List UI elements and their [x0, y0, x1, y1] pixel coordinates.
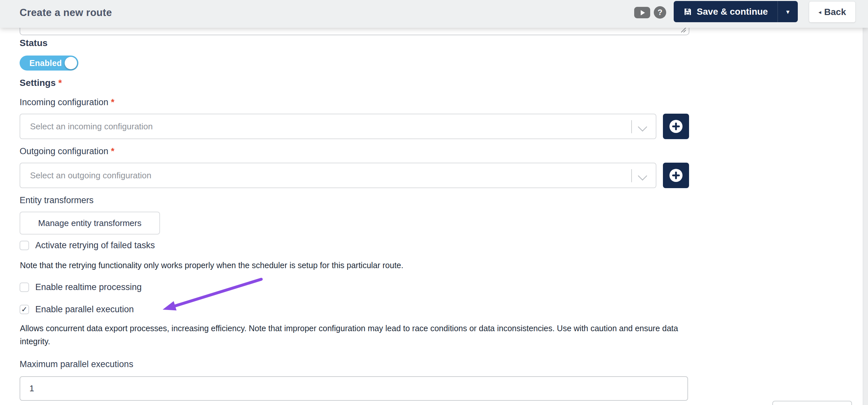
parallel-description: Allows concurrent data export processes,… — [20, 322, 703, 348]
create-route-page: Create a new route ? Save & continue ▾ ◂… — [0, 0, 868, 405]
back-button[interactable]: ◂ Back — [809, 1, 856, 23]
parallel-checkbox-label: Enable parallel execution — [35, 304, 134, 314]
outgoing-config-placeholder: Select an outgoing configuration — [30, 170, 152, 181]
top-bar: Create a new route ? Save & continue ▾ ◂… — [0, 0, 868, 28]
required-asterisk: * — [111, 146, 115, 156]
floppy-disk-icon — [683, 7, 692, 16]
help-icon[interactable]: ? — [654, 6, 666, 19]
required-asterisk: * — [111, 97, 115, 107]
outgoing-config-select[interactable]: Select an outgoing configuration — [20, 163, 656, 188]
save-continue-main[interactable]: Save & continue — [674, 1, 778, 22]
youtube-icon[interactable] — [634, 7, 650, 18]
partial-bottom-button[interactable] — [772, 401, 852, 405]
chevron-down-icon — [638, 122, 648, 132]
checkmark-icon: ✓ — [21, 306, 27, 313]
chevron-down-icon — [638, 171, 648, 181]
realtime-checkbox[interactable] — [20, 282, 29, 292]
plus-circle-icon — [669, 119, 683, 133]
vertical-scrollbar[interactable] — [863, 28, 868, 405]
status-toggle[interactable]: Enabled — [20, 56, 79, 70]
save-continue-button[interactable]: Save & continue ▾ — [674, 1, 798, 22]
add-incoming-config-button[interactable] — [663, 114, 689, 139]
resize-handle-icon[interactable] — [679, 27, 686, 33]
incoming-config-label: Incoming configuration* — [20, 97, 114, 107]
caret-down-icon: ▾ — [786, 8, 789, 16]
back-arrow-icon: ◂ — [818, 9, 821, 15]
incoming-config-placeholder: Select an incoming configuration — [30, 122, 153, 132]
outgoing-config-label: Outgoing configuration* — [20, 146, 114, 156]
page-title: Create a new route — [20, 0, 112, 26]
retry-checkbox-label: Activate retrying of failed tasks — [35, 240, 155, 250]
retry-note: Note that the retrying functionality onl… — [20, 259, 703, 272]
status-toggle-label: Enabled — [29, 59, 62, 68]
retry-checkbox[interactable] — [20, 241, 29, 250]
incoming-config-select[interactable]: Select an incoming configuration — [20, 114, 656, 139]
realtime-checkbox-row[interactable]: Enable realtime processing — [20, 282, 142, 292]
select-divider — [631, 120, 632, 133]
toggle-knob — [65, 57, 77, 69]
realtime-checkbox-label: Enable realtime processing — [35, 282, 142, 292]
required-asterisk: * — [58, 78, 62, 88]
annotation-arrow-icon — [157, 274, 268, 320]
settings-label: Settings* — [20, 78, 62, 88]
manage-entity-transformers-button[interactable]: Manage entity transformers — [20, 212, 160, 235]
play-triangle-icon — [641, 10, 645, 15]
parallel-checkbox-row[interactable]: ✓ Enable parallel execution — [20, 304, 134, 314]
plus-circle-icon — [669, 168, 683, 183]
save-continue-label: Save & continue — [697, 6, 768, 17]
entity-transformers-label: Entity transformers — [20, 195, 94, 206]
parallel-checkbox[interactable]: ✓ — [20, 305, 29, 314]
status-label: Status — [20, 38, 48, 48]
retry-checkbox-row[interactable]: Activate retrying of failed tasks — [20, 240, 155, 250]
save-dropdown-toggle[interactable]: ▾ — [778, 1, 798, 22]
max-parallel-input[interactable] — [20, 376, 688, 401]
max-parallel-label: Maximum parallel executions — [20, 359, 133, 369]
back-label: Back — [824, 7, 846, 17]
add-outgoing-config-button[interactable] — [663, 163, 689, 188]
select-divider — [631, 169, 632, 182]
